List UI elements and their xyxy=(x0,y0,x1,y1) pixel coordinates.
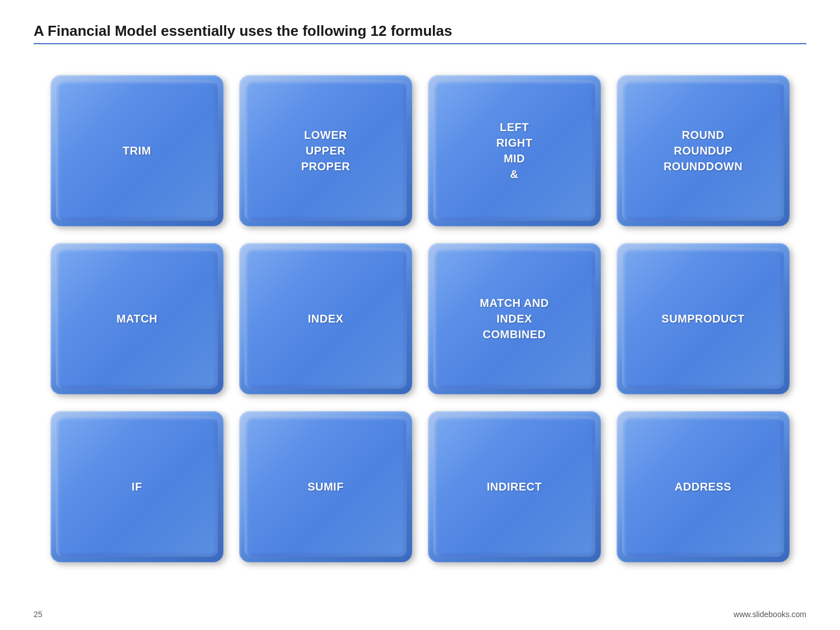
tile-label-if: IF xyxy=(132,479,142,494)
page: A Financial Model essentially uses the f… xyxy=(0,0,840,630)
header-divider xyxy=(34,43,806,44)
page-number: 25 xyxy=(34,610,43,619)
tile-match-index-combined[interactable]: MATCH AND INDEX COMBINED xyxy=(428,243,601,394)
tile-sumif[interactable]: SUMIF xyxy=(239,411,412,562)
tile-match[interactable]: MATCH xyxy=(50,243,223,394)
tile-sumproduct[interactable]: SUMPRODUCT xyxy=(617,243,790,394)
page-title: A Financial Model essentially uses the f… xyxy=(34,22,806,40)
tile-label-index: INDEX xyxy=(308,311,344,326)
tile-label-address: ADDRESS xyxy=(675,479,731,494)
tile-label-indirect: INDIRECT xyxy=(487,479,542,494)
tile-lower-upper-proper[interactable]: LOWER UPPER PROPER xyxy=(239,75,412,226)
tile-if[interactable]: IF xyxy=(50,411,223,562)
tile-round-roundup-rounddown[interactable]: ROUND ROUNDUP ROUNDDOWN xyxy=(617,75,790,226)
tile-trim[interactable]: TRIM xyxy=(50,75,223,226)
tile-label-match: MATCH xyxy=(116,311,157,326)
tile-address[interactable]: ADDRESS xyxy=(617,411,790,562)
tile-label-trim: TRIM xyxy=(123,143,151,158)
tile-label-match-index-combined: MATCH AND INDEX COMBINED xyxy=(480,295,549,342)
tile-indirect[interactable]: INDIRECT xyxy=(428,411,601,562)
header: A Financial Model essentially uses the f… xyxy=(34,22,806,44)
tile-label-left-right-mid: LEFT RIGHT MID & xyxy=(496,119,533,182)
tile-left-right-mid[interactable]: LEFT RIGHT MID & xyxy=(428,75,601,226)
footer-url: www.slidebooks.com xyxy=(734,610,806,619)
tile-label-sumif: SUMIF xyxy=(307,479,344,494)
tile-label-round-roundup-rounddown: ROUND ROUNDUP ROUNDDOWN xyxy=(664,127,743,174)
tile-label-lower-upper-proper: LOWER UPPER PROPER xyxy=(301,127,350,174)
tile-index[interactable]: INDEX xyxy=(239,243,412,394)
tile-label-sumproduct: SUMPRODUCT xyxy=(661,311,744,326)
footer: 25 www.slidebooks.com xyxy=(0,610,840,619)
tile-grid: TRIMLOWER UPPER PROPERLEFT RIGHT MID &RO… xyxy=(34,75,806,562)
